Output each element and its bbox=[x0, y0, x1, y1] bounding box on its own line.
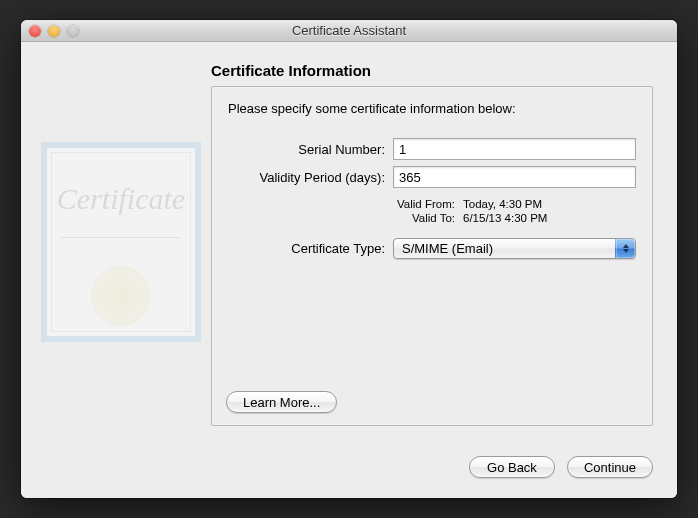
certificate-type-select[interactable]: S/MIME (Email) bbox=[393, 238, 636, 259]
minimize-button[interactable] bbox=[48, 25, 60, 37]
instruction-text: Please specify some certificate informat… bbox=[228, 101, 636, 116]
valid-from-value: Today, 4:30 PM bbox=[463, 198, 636, 210]
valid-to-row: Valid To: 6/15/13 4:30 PM bbox=[228, 212, 636, 224]
close-button[interactable] bbox=[29, 25, 41, 37]
certificate-type-label: Certificate Type: bbox=[228, 241, 393, 256]
certificate-watermark: Certificate bbox=[41, 142, 201, 342]
chevron-up-down-icon bbox=[615, 239, 635, 258]
certificate-type-row: Certificate Type: S/MIME (Email) bbox=[228, 238, 636, 259]
page-heading: Certificate Information bbox=[211, 62, 371, 79]
serial-number-label: Serial Number: bbox=[228, 142, 393, 157]
form-panel: Please specify some certificate informat… bbox=[211, 86, 653, 426]
validity-period-input[interactable] bbox=[393, 166, 636, 188]
serial-number-row: Serial Number: bbox=[228, 138, 636, 160]
learn-more-button[interactable]: Learn More... bbox=[226, 391, 337, 413]
traffic-lights bbox=[21, 25, 79, 37]
valid-to-label: Valid To: bbox=[228, 212, 463, 224]
zoom-button[interactable] bbox=[67, 25, 79, 37]
window-title: Certificate Assistant bbox=[21, 23, 677, 38]
content-area: Certificate Certificate Information Plea… bbox=[21, 42, 677, 498]
certificate-type-value: S/MIME (Email) bbox=[402, 241, 493, 256]
valid-from-label: Valid From: bbox=[228, 198, 463, 210]
valid-to-value: 6/15/13 4:30 PM bbox=[463, 212, 636, 224]
validity-period-label: Validity Period (days): bbox=[228, 170, 393, 185]
valid-from-row: Valid From: Today, 4:30 PM bbox=[228, 198, 636, 210]
assistant-window: Certificate Assistant Certificate Certif… bbox=[21, 20, 677, 498]
continue-button[interactable]: Continue bbox=[567, 456, 653, 478]
serial-number-input[interactable] bbox=[393, 138, 636, 160]
footer-buttons: Go Back Continue bbox=[469, 456, 653, 478]
go-back-button[interactable]: Go Back bbox=[469, 456, 555, 478]
watermark-text: Certificate bbox=[47, 182, 195, 216]
titlebar: Certificate Assistant bbox=[21, 20, 677, 42]
validity-period-row: Validity Period (days): bbox=[228, 166, 636, 188]
